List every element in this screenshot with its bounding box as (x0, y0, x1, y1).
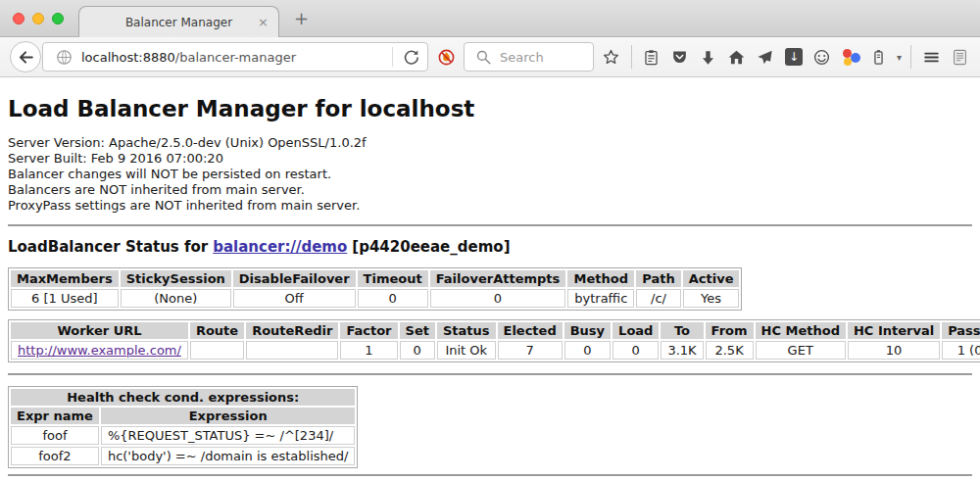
col-active: Active (683, 270, 740, 287)
bookmark-star-icon[interactable] (601, 46, 622, 68)
new-tab-button[interactable]: + (294, 8, 309, 28)
back-arrow-icon (15, 46, 36, 68)
col-disablefailover: DisableFailover (233, 270, 356, 287)
search-placeholder: Search (500, 50, 544, 65)
download-square-icon[interactable]: ↓ (783, 46, 805, 68)
url-domain: localhost:8880 (81, 50, 175, 65)
home-icon[interactable] (726, 46, 748, 68)
col-elected: Elected (498, 322, 563, 339)
cell-elected: 7 (498, 341, 563, 360)
flash-block-icon[interactable] (435, 46, 457, 68)
cell-expression: hc('body') =~ /domain is established/ (101, 447, 356, 465)
reload-icon[interactable] (400, 46, 421, 68)
browser-tab[interactable]: Balancer Manager × (78, 6, 279, 37)
proxypass-notice-line: ProxyPass settings are NOT inherited fro… (8, 198, 972, 214)
cell-passes: 1 (0) (942, 341, 980, 360)
col-failoverattempts: FailoverAttempts (430, 270, 566, 287)
tab-close-icon[interactable]: × (258, 15, 269, 29)
cell-failoverattempts: 0 (430, 289, 566, 308)
cell-routeredir (246, 341, 338, 360)
table-header-row: Worker URL Route RouteRedir Factor Set S… (11, 322, 980, 339)
col-to: To (661, 322, 703, 339)
col-set: Set (400, 322, 435, 339)
health-table-title: Health check cond. expressions: (11, 389, 355, 406)
col-timeout: Timeout (358, 270, 428, 287)
table-subheader-row: Expr name Expression (11, 408, 355, 424)
col-route: Route (190, 322, 244, 339)
col-worker-url: Worker URL (11, 322, 188, 339)
toolbar-separator (631, 45, 632, 69)
worker-url-link[interactable]: http://www.example.com/ (18, 343, 181, 358)
col-passes: Passes (942, 322, 980, 339)
cell-stickysession: (None) (121, 289, 231, 308)
col-hc-method: HC Method (756, 322, 846, 339)
close-window-button[interactable] (13, 13, 24, 24)
download-square-arrow: ↓ (785, 48, 803, 66)
worker-status-table: Worker URL Route RouteRedir Factor Set S… (8, 319, 980, 362)
col-method: Method (567, 270, 634, 287)
cell-status: Init Ok (437, 341, 496, 360)
table-row: 6 [1 Used] (None) Off 0 0 bytraffic /c/ … (11, 289, 739, 308)
zoom-window-button[interactable] (52, 13, 64, 24)
cell-load: 0 (612, 341, 659, 360)
table-row: foof2 hc('body') =~ /domain is establish… (11, 447, 355, 465)
url-bar[interactable]: localhost:8880/balancer-manager (42, 42, 428, 72)
grid-page-extension-icon[interactable] (949, 46, 970, 68)
toolbar-separator (910, 45, 911, 69)
cell-route (190, 341, 244, 360)
persist-notice-line: Balancer changes will NOT be persisted o… (8, 167, 972, 182)
col-load: Load (612, 322, 659, 339)
menu-hamburger-icon[interactable] (920, 46, 942, 68)
cell-set: 0 (400, 341, 435, 360)
server-version-line: Server Version: Apache/2.5.0-dev (Unix) … (8, 135, 972, 151)
cell-hc-interval: 10 (848, 341, 940, 360)
page-content: Load Balancer Manager for localhost Serv… (0, 96, 980, 481)
section-divider (8, 474, 972, 476)
cell-expr-name: foof (11, 426, 99, 445)
section-divider (8, 373, 972, 375)
search-input[interactable]: Search (464, 42, 594, 72)
cell-hc-method: GET (756, 341, 846, 360)
loadbalancer-status-heading: LoadBalancer Status forbalancer://demo[p… (8, 238, 972, 256)
col-busy: Busy (564, 322, 611, 339)
container-battery-icon[interactable] (868, 46, 890, 68)
col-path: Path (636, 270, 680, 287)
server-built-line: Server Built: Feb 9 2016 07:00:20 (8, 151, 972, 167)
minimize-window-button[interactable] (32, 13, 44, 24)
cell-maxmembers: 6 [1 Used] (11, 289, 119, 308)
bookmarks-clipboard-icon[interactable] (641, 46, 662, 68)
col-from: From (706, 322, 754, 339)
cell-method: bytraffic (567, 289, 634, 308)
urlbar-divider (392, 47, 393, 67)
smiley-icon[interactable] (811, 46, 833, 68)
server-info: Server Version: Apache/2.5.0-dev (Unix) … (8, 135, 972, 214)
cell-active: Yes (683, 289, 740, 308)
window-titlebar: Balancer Manager × + (0, 0, 980, 37)
balancer-demo-link[interactable]: balancer://demo (213, 238, 347, 256)
status-suffix: [p4420eeae_demo] (352, 238, 510, 256)
cell-disablefailover: Off (233, 289, 356, 308)
back-button[interactable] (10, 41, 41, 72)
col-stickysession: StickySession (121, 270, 231, 287)
send-plane-icon[interactable] (755, 46, 776, 68)
chevron-down-icon[interactable]: ▾ (897, 52, 902, 63)
url-path: /balancer-manager (175, 50, 296, 65)
cell-worker-url: http://www.example.com/ (11, 341, 188, 360)
colored-dots-extension-icon[interactable] (840, 46, 861, 68)
cell-to: 3.1K (661, 341, 703, 360)
cell-timeout: 0 (358, 289, 428, 308)
health-check-table: Health check cond. expressions: Expr nam… (8, 386, 358, 468)
col-factor: Factor (340, 322, 397, 339)
cell-busy: 0 (564, 341, 611, 360)
navigation-toolbar: localhost:8880/balancer-manager Search ↓ (0, 37, 980, 77)
globe-icon (53, 46, 74, 68)
traffic-lights (13, 13, 64, 24)
pocket-icon[interactable] (669, 46, 691, 68)
downloads-icon[interactable] (698, 46, 719, 68)
col-maxmembers: MaxMembers (11, 270, 119, 287)
table-header-row: Health check cond. expressions: (11, 389, 355, 406)
table-row: http://www.example.com/ 1 0 Init Ok 7 0 … (11, 341, 980, 360)
url-text[interactable]: localhost:8880/balancer-manager (81, 50, 385, 65)
cell-expression: %{REQUEST_STATUS} =~ /^[234]/ (101, 426, 356, 445)
col-status: Status (437, 322, 496, 339)
